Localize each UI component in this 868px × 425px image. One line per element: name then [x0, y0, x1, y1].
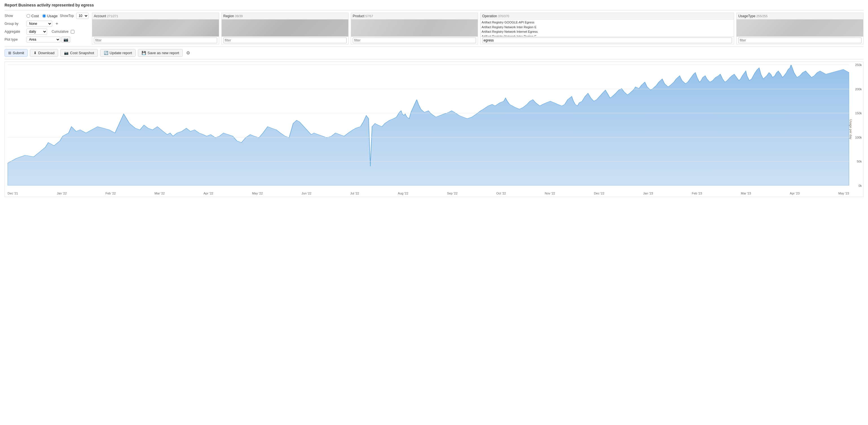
- operation-count: 370/370: [498, 15, 509, 18]
- account-filter-input-container: [92, 36, 219, 44]
- download-button[interactable]: ⬇ Download: [30, 49, 58, 57]
- left-controls: Show Cost Usage ShowTop 10 5 20: [4, 13, 89, 42]
- account-thumbnail: [92, 20, 219, 36]
- add-groupby-button[interactable]: +: [55, 21, 59, 26]
- y-label-150k: 150k: [855, 111, 862, 115]
- product-filter-header: Product 57/57: [351, 13, 478, 20]
- region-count: 39/39: [235, 15, 243, 18]
- product-filter-input[interactable]: [353, 37, 476, 43]
- groupby-select[interactable]: None Account Region Product Operation Us…: [27, 21, 52, 27]
- settings-gear-button[interactable]: ⚙: [185, 49, 191, 57]
- cost-radio[interactable]: [27, 14, 30, 18]
- operation-label: Operation: [482, 14, 497, 18]
- aggregate-select[interactable]: daily hourly weekly monthly: [27, 29, 47, 35]
- operation-item-1[interactable]: Artifact Registry GOOGLE-API Egress: [482, 20, 733, 25]
- cost-snapshot-label: Cost Snapshot: [70, 51, 94, 55]
- operation-item-2[interactable]: Artifact Registry Network Inter Region E: [482, 25, 733, 30]
- x-label-may22: May '22: [252, 192, 263, 195]
- groupby-label: Group by: [4, 22, 24, 26]
- x-label-aug22: Aug '22: [398, 192, 408, 195]
- operation-list: Artifact Registry GOOGLE-API Egress Arti…: [480, 20, 734, 36]
- groupby-row: Group by None Account Region Product Ope…: [4, 21, 89, 27]
- y-axis-label: Usage per day: [849, 119, 852, 139]
- account-label: Account: [94, 14, 106, 18]
- y-label-0k: 0k: [859, 184, 862, 188]
- y-label-50k: 50k: [857, 160, 862, 163]
- region-filter-input[interactable]: [223, 37, 347, 43]
- x-label-apr23: Apr '23: [790, 192, 800, 195]
- account-count: 271/271: [107, 15, 118, 18]
- account-thumb-inner: [92, 20, 219, 36]
- operation-filter-panel: Operation 370/370 Artifact Registry GOOG…: [480, 13, 734, 44]
- radio-group: Cost Usage: [27, 14, 58, 18]
- x-axis-labels: Dec '21 Jan '22 Feb '22 Mar '22 Apr '22 …: [8, 192, 849, 195]
- operation-item-3[interactable]: Artifact Registry Network Internet Egres…: [482, 29, 733, 34]
- product-filter-input-container: [351, 36, 478, 44]
- update-report-icon: 🔄: [104, 51, 108, 55]
- show-label: Show: [4, 14, 24, 18]
- region-filter-header: Region 39/39: [222, 13, 348, 20]
- y-label-100k: 100k: [855, 136, 862, 139]
- cumulative-label: Cumulative: [52, 30, 68, 34]
- cost-radio-label[interactable]: Cost: [27, 14, 39, 18]
- cost-snapshot-button[interactable]: 📷 Cost Snapshot: [60, 49, 98, 57]
- show-top-label: ShowTop: [60, 14, 73, 18]
- x-label-jan23: Jan '23: [643, 192, 653, 195]
- region-label: Region: [223, 14, 234, 18]
- submit-button[interactable]: ⊞ Submit: [4, 49, 28, 57]
- usage-radio[interactable]: [42, 14, 46, 18]
- chart-svg: [8, 65, 849, 186]
- gridline-0k: 0k: [8, 186, 849, 186]
- x-label-feb22: Feb '22: [105, 192, 116, 195]
- usagetype-filter-panel: UsageType 255/255: [736, 13, 864, 44]
- x-label-nov22: Nov '22: [545, 192, 555, 195]
- plottype-row: Plot type Area Line Bar Stacked Bar 📷: [4, 36, 89, 42]
- operation-item-4[interactable]: Artifact Registry Network Intra Region E: [482, 34, 733, 37]
- save-as-new-button[interactable]: 💾 Save as new report: [138, 49, 183, 57]
- show-top-select[interactable]: 10 5 20 50: [76, 13, 89, 19]
- report-name: Business activity represented by egress: [18, 3, 94, 7]
- x-label-jul22: Jul '22: [350, 192, 359, 195]
- download-label: Download: [38, 51, 55, 55]
- product-thumb-inner: [351, 20, 478, 36]
- camera-icon-button[interactable]: 📷: [61, 36, 70, 42]
- region-thumbnail: [222, 20, 348, 36]
- operation-filter-header: Operation 370/370: [480, 13, 734, 20]
- usagetype-filter-input[interactable]: [738, 37, 862, 43]
- plottype-select[interactable]: Area Line Bar Stacked Bar: [27, 36, 60, 42]
- show-row: Show Cost Usage ShowTop 10 5 20: [4, 13, 89, 19]
- download-icon: ⬇: [34, 51, 37, 55]
- page: Report Business activity represented by …: [0, 0, 868, 200]
- region-thumb-inner: [222, 20, 348, 36]
- y-label-200k: 200k: [855, 87, 862, 91]
- y-label-250k: 250k: [855, 63, 862, 66]
- x-label-dec22: Dec '22: [594, 192, 604, 195]
- product-filter-panel: Product 57/57: [351, 13, 478, 44]
- filter-panels: Account 271/271 Region 39/39: [92, 13, 864, 44]
- product-thumbnail: [351, 20, 478, 36]
- x-label-oct22: Oct '22: [496, 192, 506, 195]
- usagetype-thumb-inner: [737, 20, 863, 36]
- usage-radio-label[interactable]: Usage: [42, 14, 58, 18]
- area-path: [8, 65, 849, 186]
- region-filter-input-container: [222, 36, 348, 44]
- update-report-button[interactable]: 🔄 Update report: [100, 49, 136, 57]
- x-label-may23: May '23: [838, 192, 849, 195]
- cumulative-checkbox[interactable]: [71, 30, 74, 34]
- x-label-mar22: Mar '22: [155, 192, 165, 195]
- x-label-apr22: Apr '22: [204, 192, 214, 195]
- account-filter-input[interactable]: [94, 37, 217, 43]
- toolbar: ⊞ Submit ⬇ Download 📷 Cost Snapshot 🔄 Up…: [4, 47, 864, 59]
- operation-filter-input[interactable]: [482, 37, 732, 43]
- aggregate-label: Aggregate: [4, 30, 24, 34]
- x-label-feb23: Feb '23: [692, 192, 702, 195]
- save-icon: 💾: [142, 51, 146, 55]
- account-filter-header: Account 271/271: [92, 13, 219, 20]
- save-as-new-label: Save as new report: [148, 51, 179, 55]
- chart-container: Usage per day 250k 200k 150k 100k 50k 0k…: [4, 61, 864, 197]
- usagetype-count: 255/255: [756, 15, 768, 18]
- usagetype-thumbnail: [737, 20, 863, 36]
- usagetype-filter-input-container: [737, 36, 863, 44]
- cost-radio-text: Cost: [31, 14, 39, 18]
- product-label: Product: [353, 14, 364, 18]
